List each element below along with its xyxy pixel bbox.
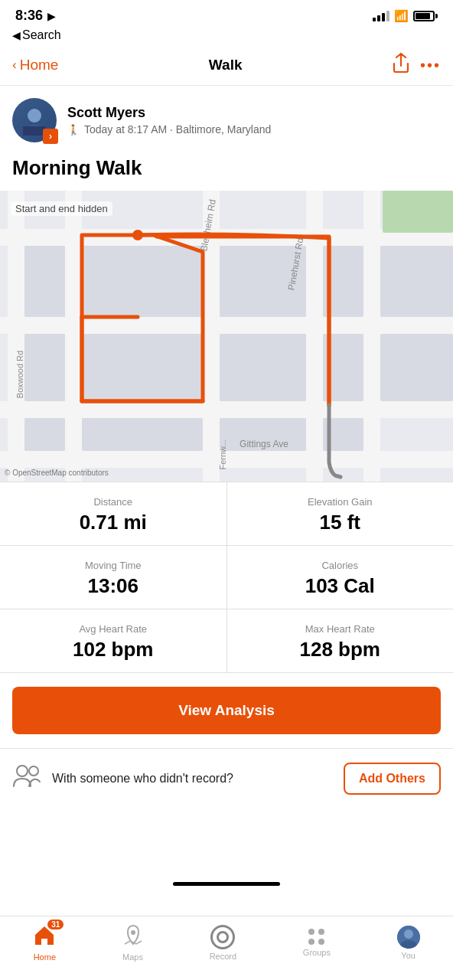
tab-home[interactable]: 31 Home bbox=[33, 924, 56, 962]
share-icon bbox=[393, 53, 409, 73]
view-analysis-button[interactable]: View Analysis bbox=[12, 687, 441, 734]
groups-tab-icon bbox=[308, 929, 325, 946]
stat-moving-time-label: Moving Time bbox=[8, 560, 219, 571]
page-title: Walk bbox=[209, 57, 243, 74]
you-avatar-icon bbox=[397, 926, 420, 949]
add-others-button[interactable]: Add Others bbox=[344, 763, 441, 795]
stat-calories-label: Calories bbox=[235, 560, 446, 571]
status-icons: 📶 bbox=[373, 9, 438, 23]
stat-distance-label: Distance bbox=[8, 496, 219, 508]
you-tab-label: You bbox=[401, 951, 416, 960]
svg-point-29 bbox=[29, 766, 38, 776]
home-label: Home bbox=[20, 57, 59, 74]
social-text: With someone who didn't record? bbox=[52, 770, 233, 787]
stat-avg-hr-label: Avg Heart Rate bbox=[8, 623, 219, 635]
stat-calories: Calories 103 Cal bbox=[227, 546, 454, 609]
stat-max-hr-value: 128 bpm bbox=[235, 638, 446, 662]
back-nav: ◀ Search bbox=[0, 27, 453, 47]
activity-title-section: Morning Walk bbox=[0, 150, 453, 191]
strava-badge: › bbox=[43, 129, 58, 144]
stat-moving-time: Moving Time 13:06 bbox=[0, 546, 227, 609]
stat-moving-time-value: 13:06 bbox=[8, 574, 219, 598]
svg-point-32 bbox=[404, 929, 413, 939]
stat-distance: Distance 0.71 mi bbox=[0, 482, 227, 545]
stat-max-hr-label: Max Heart Rate bbox=[235, 623, 446, 635]
home-button[interactable]: ‹ Home bbox=[12, 57, 58, 74]
home-tab-label: Home bbox=[34, 952, 56, 962]
strava-chevron-icon: › bbox=[49, 131, 52, 142]
svg-rect-27 bbox=[383, 191, 453, 233]
home-tab-icon: 31 bbox=[33, 924, 56, 950]
you-tab-icon bbox=[397, 926, 420, 949]
road-label-gittings: Gittings Ave bbox=[240, 439, 288, 449]
status-bar: 8:36 ▶ 📶 bbox=[0, 0, 453, 27]
social-section: With someone who didn't record? Add Othe… bbox=[0, 748, 453, 808]
svg-rect-17 bbox=[380, 246, 453, 317]
svg-rect-9 bbox=[65, 191, 82, 482]
stat-elevation-label: Elevation Gain bbox=[235, 496, 446, 508]
road-label-boxwood: Boxwood Rd bbox=[15, 351, 24, 398]
home-badge: 31 bbox=[47, 920, 64, 929]
stats-grid: Distance 0.71 mi Elevation Gain 15 ft Mo… bbox=[0, 482, 453, 673]
svg-rect-22 bbox=[380, 334, 453, 401]
stat-calories-value: 103 Cal bbox=[235, 574, 446, 598]
svg-rect-8 bbox=[8, 191, 24, 482]
user-name: Scott Myers bbox=[67, 105, 271, 121]
stat-elevation: Elevation Gain 15 ft bbox=[227, 482, 454, 545]
home-indicator bbox=[173, 882, 280, 886]
svg-rect-14 bbox=[82, 246, 203, 317]
stats-row-3: Avg Heart Rate 102 bpm Max Heart Rate 12… bbox=[0, 609, 453, 673]
back-label: Search bbox=[22, 28, 61, 42]
wifi-icon: 📶 bbox=[394, 9, 409, 23]
svg-rect-19 bbox=[82, 334, 203, 401]
tab-you[interactable]: You bbox=[397, 926, 420, 960]
social-left: With someone who didn't record? bbox=[12, 763, 233, 795]
map-hidden-label: Start and end hidden bbox=[11, 201, 112, 216]
maps-icon-svg bbox=[123, 924, 143, 946]
map-svg: Blenheim Rd Pinehurst Rd Gittings Ave Bo… bbox=[0, 191, 453, 482]
stat-avg-hr: Avg Heart Rate 102 bpm bbox=[0, 609, 227, 672]
svg-rect-13 bbox=[24, 246, 65, 317]
stat-avg-hr-value: 102 bpm bbox=[8, 638, 219, 662]
route-start-marker bbox=[132, 230, 143, 240]
user-meta: 🚶 Today at 8:17 AM · Baltimore, Maryland bbox=[67, 123, 271, 136]
svg-rect-11 bbox=[306, 191, 323, 482]
stat-distance-value: 0.71 mi bbox=[8, 511, 219, 534]
user-avatar-wrap: › bbox=[12, 98, 57, 142]
svg-point-30 bbox=[131, 930, 135, 935]
svg-rect-24 bbox=[82, 418, 203, 451]
tab-record[interactable]: Record bbox=[210, 925, 236, 961]
share-button[interactable] bbox=[393, 53, 409, 77]
svg-point-0 bbox=[28, 109, 41, 122]
maps-tab-icon bbox=[123, 924, 143, 950]
back-chevron-icon: ◀ bbox=[12, 29, 21, 41]
map-copyright: © OpenStreetMap contributors bbox=[5, 469, 109, 477]
svg-rect-12 bbox=[363, 191, 380, 482]
record-tab-label: Record bbox=[210, 952, 236, 961]
groups-tab-label: Groups bbox=[303, 948, 331, 957]
road-label-fern: Fernw... bbox=[218, 439, 227, 469]
tab-groups[interactable]: Groups bbox=[303, 929, 331, 957]
status-time: 8:36 bbox=[15, 8, 43, 24]
tab-maps[interactable]: Maps bbox=[122, 924, 143, 962]
svg-rect-18 bbox=[24, 334, 65, 401]
people-icon bbox=[12, 763, 41, 795]
svg-rect-23 bbox=[24, 418, 65, 451]
header: ‹ Home Walk ••• bbox=[0, 47, 453, 86]
signal-bars bbox=[373, 11, 389, 21]
location-icon: ▶ bbox=[47, 10, 56, 22]
user-meta-text: Today at 8:17 AM · Baltimore, Maryland bbox=[84, 123, 271, 136]
svg-rect-20 bbox=[220, 334, 306, 401]
svg-point-28 bbox=[17, 766, 28, 776]
stat-elevation-value: 15 ft bbox=[235, 511, 446, 534]
map-container: Blenheim Rd Pinehurst Rd Gittings Ave Bo… bbox=[0, 191, 453, 482]
tab-bar: 31 Home Maps Record bbox=[0, 916, 453, 980]
maps-tab-label: Maps bbox=[122, 952, 143, 962]
user-info: Scott Myers 🚶 Today at 8:17 AM · Baltimo… bbox=[67, 105, 271, 136]
record-tab-icon bbox=[210, 925, 235, 949]
header-actions: ••• bbox=[393, 53, 441, 77]
activity-title: Morning Walk bbox=[12, 156, 441, 180]
back-link[interactable]: ◀ Search bbox=[12, 28, 441, 42]
people-icon-svg bbox=[12, 763, 41, 789]
more-button[interactable]: ••• bbox=[420, 57, 441, 74]
